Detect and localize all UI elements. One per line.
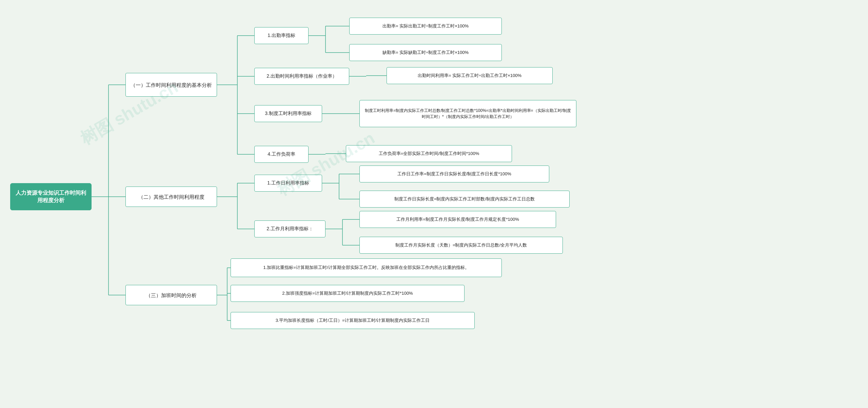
- level2-node-c1: 1.加班比重指标=计算期加班工时/计算期全部实际工作工时。反映加班在全部实际工作…: [231, 258, 502, 277]
- l2c1-label: 1.加班比重指标=计算期加班工时/计算期全部实际工作工时。反映加班在全部实际工作…: [263, 265, 469, 271]
- level2-node-c3: 3.平均加班长度指标（工时/工日）=计算期加班工时/计算期制度内实际工作工日: [231, 312, 475, 329]
- l2b1-label: 1.工作日利用率指标: [267, 180, 309, 187]
- level1-node-c: （三）加班时间的分析: [125, 285, 217, 305]
- canvas: 人力资源专业知识工作时间利用程度分析 （一）工作时间利用程度的基本分析 （二）其…: [0, 0, 868, 408]
- l3a1a-label: 出勤率= 实际出勤工时÷制度工作工时×100%: [382, 23, 469, 29]
- level1-node-a: （一）工作时间利用程度的基本分析: [125, 73, 217, 97]
- level3-node-b2a: 工作月利用率=制度工作月实际长度/制度工作月规定长度*100%: [359, 211, 556, 228]
- l2b2-label: 2.工作月利用率指标：: [267, 226, 313, 232]
- l1b-label: （二）其他工作时间利用程度: [138, 193, 204, 200]
- level3-node-a4: 工作负荷率=全部实际工作时间/制度工作时间*100%: [346, 145, 512, 162]
- l3b2b-label: 制度工作月实际长度（天数）=制度内实际工作日总数/全月平均人数: [395, 242, 527, 248]
- level2-node-a4: 4.工作负荷率: [254, 146, 309, 163]
- l3b1b-label: 制度工作日实际长度=制度内实际工作工时部数/制度内实际工作工日总数: [394, 196, 535, 202]
- level2-node-c2: 2.加班强度指标=计算期加班工时/计算期制度内实际工作工时*100%: [231, 285, 465, 302]
- root-label: 人力资源专业知识工作时间利用程度分析: [14, 189, 88, 205]
- level3-node-b1b: 制度工作日实际长度=制度内实际工作工时部数/制度内实际工作工日总数: [359, 191, 570, 208]
- l1c-label: （三）加班时间的分析: [146, 292, 197, 299]
- level2-node-b1: 1.工作日利用率指标: [254, 175, 322, 192]
- l1a-label: （一）工作时间利用程度的基本分析: [131, 81, 212, 89]
- l2a2-label: 2.出勤时间利用率指标（作业率）: [267, 73, 337, 80]
- l3b1a-label: 工作日工作率=制度工作日实际长度/制度工作日长度*100%: [397, 171, 511, 177]
- level2-node-a3: 3.制度工时利用率指标: [254, 105, 322, 122]
- l3b2a-label: 工作月利用率=制度工作月实际长度/制度工作月规定长度*100%: [396, 216, 519, 222]
- root-node: 人力资源专业知识工作时间利用程度分析: [10, 183, 92, 210]
- level3-node-b1a: 工作日工作率=制度工作日实际长度/制度工作日长度*100%: [359, 166, 549, 182]
- level3-node-a3: 制度工时利用率=制度内实际工作工时总数/制度工作工时总数*100%=出勤率*出勤…: [359, 100, 576, 127]
- l2c2-label: 2.加班强度指标=计算期加班工时/计算期制度内实际工作工时*100%: [282, 290, 413, 296]
- level2-node-a2: 2.出勤时间利用率指标（作业率）: [254, 68, 349, 85]
- l3a1b-label: 缺勤率= 实际缺勤工时÷制度工作工时×100%: [382, 50, 469, 56]
- l2a3-label: 3.制度工时利用率指标: [265, 110, 312, 117]
- l2a4-label: 4.工作负荷率: [268, 151, 295, 158]
- level3-node-a1a: 出勤率= 实际出勤工时÷制度工作工时×100%: [349, 18, 502, 35]
- level3-node-a1b: 缺勤率= 实际缺勤工时÷制度工作工时×100%: [349, 44, 502, 61]
- level1-node-b: （二）其他工作时间利用程度: [125, 187, 217, 207]
- level2-node-a1: 1.出勤率指标: [254, 27, 309, 44]
- l2c3-label: 3.平均加班长度指标（工时/工日）=计算期加班工时/计算期制度内实际工作工日: [276, 317, 430, 324]
- l3a2-label: 出勤时间利用率= 实际工作工时÷出勤工作工时×100%: [418, 73, 521, 79]
- l3a3-label: 制度工时利用率=制度内实际工作工时总数/制度工作工时总数*100%=出勤率*出勤…: [363, 108, 573, 120]
- l2a1-label: 1.出勤率指标: [268, 32, 295, 39]
- level3-node-a2: 出勤时间利用率= 实际工作工时÷出勤工作工时×100%: [387, 67, 553, 84]
- level3-node-b2b: 制度工作月实际长度（天数）=制度内实际工作日总数/全月平均人数: [359, 237, 563, 254]
- level2-node-b2: 2.工作月利用率指标：: [254, 220, 326, 237]
- l3a4-label: 工作负荷率=全部实际工作时间/制度工作时间*100%: [379, 151, 479, 157]
